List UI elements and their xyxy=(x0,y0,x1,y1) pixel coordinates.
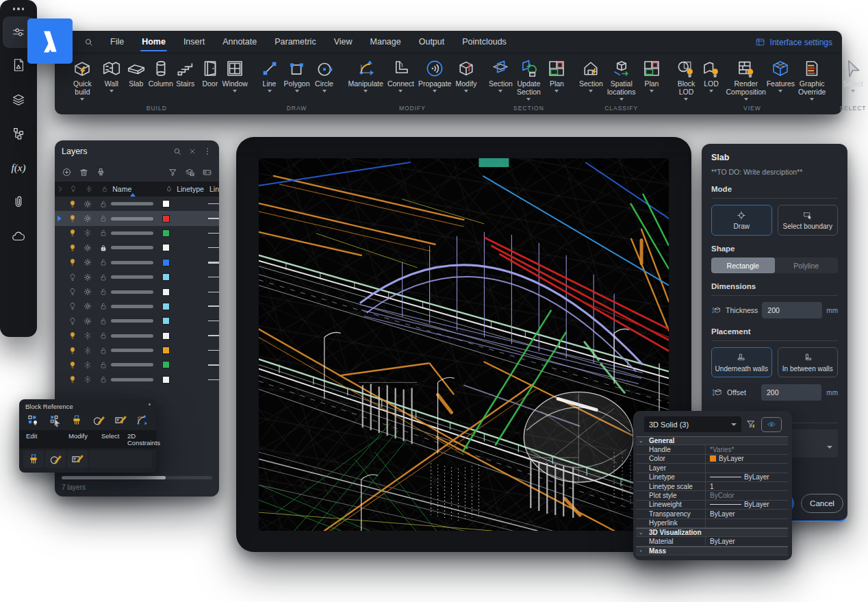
ribbon-tool-modify[interactable]: Modify xyxy=(453,58,478,93)
paperclip-button[interactable] xyxy=(1,185,36,219)
layer-name[interactable] xyxy=(111,305,153,308)
linetype-column-header[interactable]: Linetype xyxy=(177,185,209,193)
layer-lineweight[interactable] xyxy=(205,350,219,351)
lock-closed-icon[interactable] xyxy=(99,243,108,253)
layer-lineweight[interactable] xyxy=(205,335,219,336)
thaw-icon[interactable] xyxy=(83,214,92,223)
layer-state-icon[interactable] xyxy=(185,167,195,177)
lock-open-icon[interactable] xyxy=(99,301,108,311)
freeze-icon[interactable] xyxy=(83,375,92,384)
thaw-icon[interactable] xyxy=(83,199,92,209)
layer-on-icon[interactable] xyxy=(68,331,77,340)
menu-item-insert[interactable]: Insert xyxy=(182,32,206,52)
layer-name[interactable] xyxy=(111,246,153,249)
layer-lineweight[interactable] xyxy=(205,203,219,204)
ribbon-tool-graphic-override[interactable]: Graphic Override xyxy=(793,58,831,101)
drag-handle-icon[interactable] xyxy=(13,3,25,15)
thaw-icon[interactable] xyxy=(83,301,92,311)
freeze-icon[interactable] xyxy=(83,360,92,370)
section-row-3d-visualization[interactable]: ⌄3D Visualization xyxy=(636,528,788,537)
cursor-squares-button[interactable] xyxy=(45,412,66,429)
layer-name[interactable] xyxy=(111,275,153,279)
circle-pen-button[interactable] xyxy=(88,412,109,429)
offset-input[interactable] xyxy=(761,384,821,401)
cancel-button[interactable]: Cancel xyxy=(801,494,843,513)
layer-lineweight[interactable] xyxy=(205,305,219,307)
lock-open-icon[interactable] xyxy=(99,287,108,297)
ribbon-tool-door[interactable]: Door xyxy=(198,58,222,88)
layer-name[interactable] xyxy=(111,231,153,235)
ribbon-tool-plan[interactable]: Plan xyxy=(544,58,569,93)
expand-all-icon[interactable] xyxy=(56,185,64,193)
layer-on-icon[interactable] xyxy=(68,360,77,370)
lock-open-icon[interactable] xyxy=(99,316,108,326)
freeze-icon[interactable] xyxy=(83,346,92,355)
layer-on-icon[interactable] xyxy=(68,375,77,384)
menu-item-home[interactable]: Home xyxy=(140,32,167,52)
lock-open-icon[interactable] xyxy=(99,214,108,223)
layer-row[interactable] xyxy=(55,358,219,372)
layer-row[interactable] xyxy=(55,299,219,314)
layer-on-icon[interactable] xyxy=(68,228,77,238)
filter-icon[interactable] xyxy=(168,167,178,177)
shape-rectangle-option[interactable]: Rectangle xyxy=(711,258,775,273)
ribbon-tool-render-composition[interactable]: Render Composition xyxy=(724,58,768,101)
lock-open-icon[interactable] xyxy=(99,199,108,209)
layer-row[interactable] xyxy=(55,240,219,255)
layer-off-icon[interactable] xyxy=(68,301,77,311)
thickness-input[interactable] xyxy=(762,302,822,318)
section-row-general[interactable]: ⌄General xyxy=(636,436,788,445)
transparency-column-icon[interactable] xyxy=(165,185,173,193)
menu-item-annotate[interactable]: Annotate xyxy=(221,32,258,52)
layer-lineweight[interactable] xyxy=(205,364,219,366)
layer-name[interactable] xyxy=(111,290,153,294)
ribbon-tool-column[interactable]: Column xyxy=(149,58,173,88)
layer-on-icon[interactable] xyxy=(68,214,77,223)
freeze-column-icon[interactable] xyxy=(85,185,93,193)
ribbon-tool-window[interactable]: Window xyxy=(222,58,248,93)
layer-off-icon[interactable] xyxy=(68,287,77,297)
layer-name[interactable] xyxy=(111,261,153,264)
name-column-header[interactable]: Name xyxy=(112,185,161,193)
layer-row[interactable] xyxy=(55,197,219,211)
property-row-material[interactable]: MaterialByLayer xyxy=(636,537,788,546)
thaw-icon[interactable] xyxy=(83,243,92,253)
visibility-toggle[interactable] xyxy=(761,417,782,432)
thaw-icon[interactable] xyxy=(83,273,92,282)
ribbon-tool-section[interactable]: Section xyxy=(578,58,603,93)
layer-name[interactable] xyxy=(111,378,153,381)
draw-mode-button[interactable]: Draw xyxy=(711,205,772,236)
lock-column-icon[interactable] xyxy=(101,185,109,193)
menu-item-file[interactable]: File xyxy=(109,32,125,52)
section-row-mass[interactable]: ›Mass xyxy=(636,547,788,555)
lock-open-icon[interactable] xyxy=(99,360,108,370)
layer-on-icon[interactable] xyxy=(68,243,77,253)
layer-row[interactable] xyxy=(55,373,219,387)
select-boundary-button[interactable]: Select boundary xyxy=(778,205,839,236)
layer-color-swatch[interactable] xyxy=(162,244,170,251)
underneath-walls-button[interactable]: Underneath walls xyxy=(711,347,772,377)
menu-item-manage[interactable]: Manage xyxy=(369,32,403,52)
search-icon[interactable] xyxy=(173,147,182,156)
lock-open-icon[interactable] xyxy=(99,258,108,267)
layer-lineweight[interactable] xyxy=(205,247,219,248)
lock-open-icon[interactable] xyxy=(99,346,108,355)
layer-name[interactable] xyxy=(111,349,153,352)
layer-row[interactable] xyxy=(55,329,219,343)
layer-row[interactable] xyxy=(55,284,219,299)
layer-color-swatch[interactable] xyxy=(162,376,170,384)
ribbon-tool-wall[interactable]: Wall xyxy=(99,58,124,93)
brush-button[interactable] xyxy=(23,451,44,468)
vis-squares-button[interactable] xyxy=(23,412,44,429)
menu-item-parametric[interactable]: Parametric xyxy=(273,32,317,52)
ribbon-tool-select[interactable]: Select xyxy=(841,58,865,93)
layer-color-swatch[interactable] xyxy=(162,361,170,368)
purge-layers-icon[interactable] xyxy=(96,167,106,177)
property-row-plot-style[interactable]: Plot styleByColor xyxy=(636,491,788,500)
menu-item-output[interactable]: Output xyxy=(418,32,446,52)
function-button[interactable]: f(x) xyxy=(1,151,36,185)
ribbon-tool-update-section[interactable]: Update Section xyxy=(513,58,544,101)
shape-polyline-option[interactable]: Polyline xyxy=(775,258,839,273)
kebab-menu-icon[interactable] xyxy=(203,147,212,156)
brush-button[interactable] xyxy=(66,412,87,429)
